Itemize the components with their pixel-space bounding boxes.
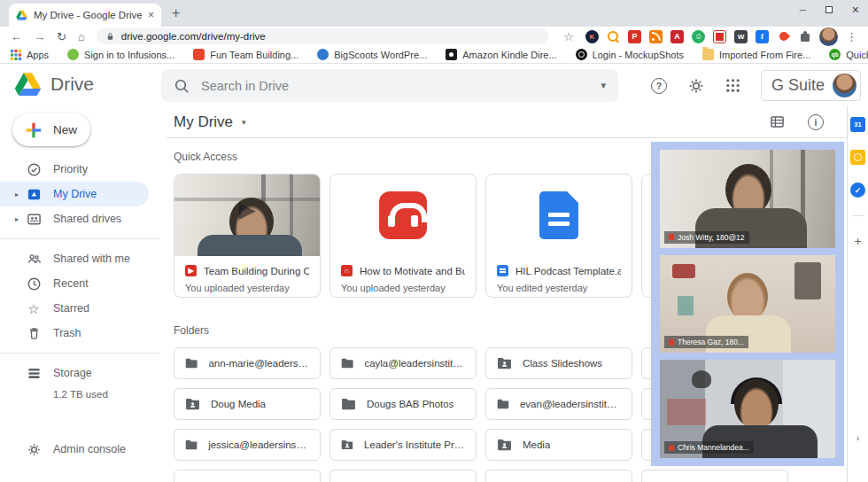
- facebook-extension-icon[interactable]: f: [756, 30, 769, 43]
- folder-card[interactable]: [641, 470, 788, 482]
- folder-icon: [185, 439, 198, 451]
- participant-silhouette: [727, 273, 768, 321]
- browser-profile-avatar[interactable]: [819, 27, 838, 46]
- quick-access-card-video[interactable]: ▶ ▶ Team Building During Covi... You upl…: [174, 174, 321, 298]
- window-controls: ─ ×: [800, 3, 859, 17]
- file-subtitle: You edited yesterday: [497, 283, 621, 293]
- bookmark-imported-folder[interactable]: Imported From Fire...: [702, 49, 810, 60]
- fox-extension-icon[interactable]: [777, 30, 790, 43]
- keep-panel-icon[interactable]: [850, 150, 865, 165]
- quick-access-card-doc[interactable]: HIL Podcast Template.aup You edited yest…: [485, 174, 632, 298]
- folder-card[interactable]: evan@leadersinstitute.com: [485, 388, 632, 420]
- address-bar: ← → ↻ ⌂ drive.google.com/drive/my-drive …: [0, 27, 868, 46]
- sidebar-item-recent[interactable]: Recent: [0, 271, 159, 296]
- help-icon[interactable]: ?: [651, 78, 667, 94]
- get-addons-icon[interactable]: +: [854, 234, 861, 248]
- calendar-panel-icon[interactable]: 31: [850, 117, 865, 132]
- file-title: How to Motivate and Build ...: [360, 266, 465, 276]
- pdf-extension-icon[interactable]: A: [670, 30, 684, 43]
- hide-panel-chevron-icon[interactable]: ›: [856, 432, 860, 443]
- folder-card[interactable]: ann-marie@leadersinstit...: [174, 347, 321, 379]
- bookmark-amazon-kindle[interactable]: Amazon Kindle Dire...: [446, 49, 556, 60]
- video-tile[interactable]: Chris Mannelandea...: [660, 360, 835, 458]
- back-icon[interactable]: ←: [11, 31, 22, 43]
- browser-tab[interactable]: My Drive - Google Drive ×: [9, 4, 161, 27]
- folder-card[interactable]: Dougs BAB Photos: [329, 388, 477, 420]
- bookmark-mockupshots[interactable]: Login - MockupShots: [576, 49, 684, 60]
- search-options-caret-icon[interactable]: ▾: [601, 80, 606, 91]
- kindle-icon: [446, 49, 457, 60]
- search-input[interactable]: Search in Drive ▾: [161, 69, 618, 102]
- tab-close-icon[interactable]: ×: [148, 10, 154, 20]
- rss-extension-icon[interactable]: [649, 30, 663, 43]
- list-view-toggle-icon[interactable]: [770, 114, 785, 129]
- folder-name: Dougs BAB Photos: [367, 399, 453, 409]
- sidebar-item-shared-with-me[interactable]: Shared with me: [0, 246, 159, 271]
- sidebar-item-label: Shared with me: [53, 253, 130, 265]
- forward-icon[interactable]: →: [34, 31, 45, 43]
- bookmark-star-icon[interactable]: ☆: [563, 31, 574, 43]
- google-apps-grid-icon[interactable]: [725, 78, 740, 93]
- restore-icon[interactable]: [825, 6, 833, 13]
- folder-card[interactable]: cayla@leadersinstitute.c...: [329, 347, 477, 379]
- bookmark-infusionsoft[interactable]: Sign in to Infusions...: [67, 49, 174, 60]
- tasks-panel-icon[interactable]: ✓: [850, 183, 865, 198]
- participant-name: Theresa Gaz, 180...: [678, 338, 744, 346]
- new-tab-button[interactable]: +: [172, 5, 180, 21]
- quick-access-card-audio[interactable]: ∩ How to Motivate and Build ... You uplo…: [329, 174, 477, 298]
- expand-arrow-icon[interactable]: ▸: [9, 190, 25, 198]
- audio-file-icon: ∩: [341, 265, 353, 276]
- sidebar-item-starred[interactable]: ☆ Starred: [0, 296, 159, 321]
- red-extension-icon[interactable]: P: [628, 30, 641, 43]
- folder-card[interactable]: Media: [485, 429, 632, 461]
- sidebar-item-label: Priority: [53, 163, 88, 175]
- sidebar-item-admin-console[interactable]: Admin console: [0, 437, 159, 462]
- participant-name: Josh Witty, 180@12: [678, 233, 745, 242]
- video-tile[interactable]: Theresa Gaz, 180...: [660, 255, 835, 354]
- reload-icon[interactable]: ↻: [57, 31, 66, 43]
- bookmark-bigscoots[interactable]: BigScoots WordPre...: [317, 49, 427, 60]
- bookmark-fun-team-building[interactable]: Fun Team Building...: [193, 49, 298, 60]
- keepa-extension-icon[interactable]: K: [585, 30, 599, 43]
- folder-card[interactable]: jessica@leadersinstitute....: [174, 429, 321, 461]
- url-field[interactable]: drive.google.com/drive/my-drive: [97, 28, 549, 44]
- info-icon[interactable]: i: [808, 114, 824, 130]
- w-extension-icon[interactable]: W: [734, 30, 748, 43]
- folder-card[interactable]: Leader's Institute Printed ...: [329, 429, 477, 461]
- folder-card[interactable]: [174, 470, 321, 482]
- sidebar-item-priority[interactable]: Priority: [0, 157, 159, 182]
- gsuite-badge: G Suite: [761, 70, 861, 101]
- browser-menu-icon[interactable]: ⋮: [846, 31, 857, 43]
- expand-arrow-icon[interactable]: ▸: [9, 215, 25, 223]
- page-title-caret-icon[interactable]: ▾: [242, 118, 246, 127]
- home-icon[interactable]: ⌂: [78, 31, 85, 43]
- sidebar-item-storage[interactable]: Storage: [0, 361, 159, 385]
- folder-card[interactable]: [485, 470, 632, 482]
- bookmark-label: Imported From Fire...: [719, 50, 810, 60]
- apps-grid-icon: [11, 50, 21, 60]
- puzzle-extensions-icon[interactable]: [798, 30, 811, 43]
- green-extension-icon[interactable]: ☺: [692, 30, 705, 43]
- folder-icon: [341, 398, 356, 410]
- account-avatar[interactable]: [833, 74, 856, 97]
- folder-card[interactable]: [329, 470, 477, 482]
- drive-logo[interactable]: Drive: [14, 72, 94, 96]
- folder-card[interactable]: Doug Media: [174, 388, 321, 420]
- video-tile[interactable]: Josh Witty, 180@12: [660, 150, 835, 248]
- bookmark-quickbooks[interactable]: qb QuickBooks Online...: [829, 49, 868, 60]
- sidebar-item-shared-drives[interactable]: ▸ Shared drives: [0, 206, 159, 231]
- new-button[interactable]: New: [12, 113, 90, 146]
- calendar-extension-icon[interactable]: [713, 30, 726, 43]
- page-title: My Drive: [174, 113, 233, 131]
- bookmark-label: Amazon Kindle Dire...: [462, 50, 556, 60]
- search-extension-icon[interactable]: [607, 30, 620, 43]
- close-window-icon[interactable]: ×: [852, 3, 859, 17]
- minimize-icon[interactable]: ─: [800, 5, 806, 15]
- play-icon[interactable]: ▶: [238, 196, 255, 222]
- folder-card[interactable]: Class Slideshows: [485, 347, 632, 379]
- sidebar-item-my-drive[interactable]: ▸ My Drive: [0, 182, 149, 206]
- file-title: HIL Podcast Template.aup: [515, 266, 621, 276]
- settings-gear-icon[interactable]: [687, 77, 705, 95]
- sidebar-item-trash[interactable]: Trash: [0, 321, 159, 346]
- bookmark-apps[interactable]: Apps: [11, 50, 49, 60]
